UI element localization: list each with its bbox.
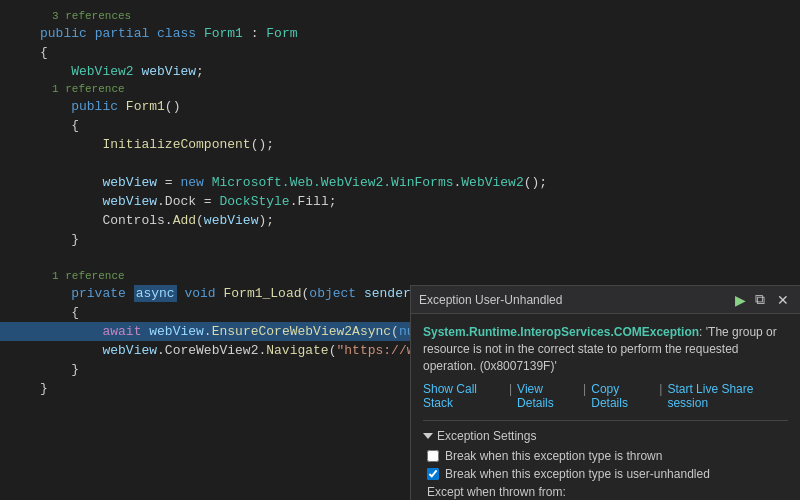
checkbox-row-1: Break when this exception type is thrown	[423, 449, 788, 463]
start-live-share-link[interactable]: Start Live Share session	[667, 382, 788, 410]
line-content: webView.Dock = DockStyle.Fill;	[40, 192, 792, 211]
show-call-stack-link[interactable]: Show Call Stack	[423, 382, 504, 410]
code-line-11: }	[0, 230, 800, 249]
line-content: {	[40, 116, 792, 135]
play-button[interactable]: ▶	[735, 292, 746, 308]
exception-header: Exception User-Unhandled ▶ ⧉ ✕	[411, 286, 800, 314]
exception-popup: Exception User-Unhandled ▶ ⧉ ✕ System.Ru…	[410, 285, 800, 500]
code-line-2: {	[0, 43, 800, 62]
code-line-6: InitializeComponent();	[0, 135, 800, 154]
checkbox-thrown-label: Break when this exception type is thrown	[445, 449, 662, 463]
line-content: public Form1()	[40, 97, 792, 116]
code-line-blank1	[0, 154, 800, 173]
line-content: public partial class Form1 : Form	[40, 24, 792, 43]
code-line-1: public partial class Form1 : Form	[0, 24, 800, 43]
exception-type-name: System.Runtime.InteropServices.COMExcept…	[423, 325, 699, 339]
close-button[interactable]: ✕	[774, 292, 792, 308]
copy-details-link[interactable]: Copy Details	[591, 382, 654, 410]
line-content: }	[40, 230, 792, 249]
code-line-3: WebView2 webView;	[0, 62, 800, 81]
meta-line-3: 1 reference	[0, 268, 800, 284]
exception-controls: ▶ ⧉ ✕	[735, 291, 792, 308]
line-content: Controls.Add(webView);	[40, 211, 792, 230]
settings-header: Exception Settings	[423, 429, 788, 443]
line-content	[40, 154, 792, 173]
checkbox-row-2: Break when this exception type is user-u…	[423, 467, 788, 481]
checkbox-user-unhandled-label: Break when this exception type is user-u…	[445, 467, 710, 481]
code-line-blank2	[0, 249, 800, 268]
exception-type: System.Runtime.InteropServices.COMExcept…	[423, 324, 788, 374]
except-when-label: Except when thrown from:	[423, 485, 788, 499]
code-line-8: webView = new Microsoft.Web.WebView2.Win…	[0, 173, 800, 192]
float-button[interactable]: ⧉	[752, 291, 768, 308]
line-content: WebView2 webView;	[40, 62, 792, 81]
line-content: InitializeComponent();	[40, 135, 792, 154]
checkbox-thrown[interactable]	[427, 450, 439, 462]
line-content: {	[40, 43, 792, 62]
code-line-10: Controls.Add(webView);	[0, 211, 800, 230]
collapse-icon[interactable]	[423, 433, 433, 439]
line-content	[40, 249, 792, 268]
code-line-4: public Form1()	[0, 97, 800, 116]
exception-title: Exception User-Unhandled	[419, 293, 562, 307]
meta-line-1: 3 references	[0, 8, 800, 24]
code-line-5: {	[0, 116, 800, 135]
code-line-9: webView.Dock = DockStyle.Fill;	[0, 192, 800, 211]
exception-settings: Exception Settings Break when this excep…	[423, 420, 788, 500]
checkbox-user-unhandled[interactable]	[427, 468, 439, 480]
meta-line-2: 1 reference	[0, 81, 800, 97]
exception-links: Show Call Stack | View Details | Copy De…	[423, 382, 788, 410]
line-content: webView = new Microsoft.Web.WebView2.Win…	[40, 173, 792, 192]
settings-title: Exception Settings	[437, 429, 536, 443]
view-details-link[interactable]: View Details	[517, 382, 578, 410]
exception-body: System.Runtime.InteropServices.COMExcept…	[411, 314, 800, 500]
